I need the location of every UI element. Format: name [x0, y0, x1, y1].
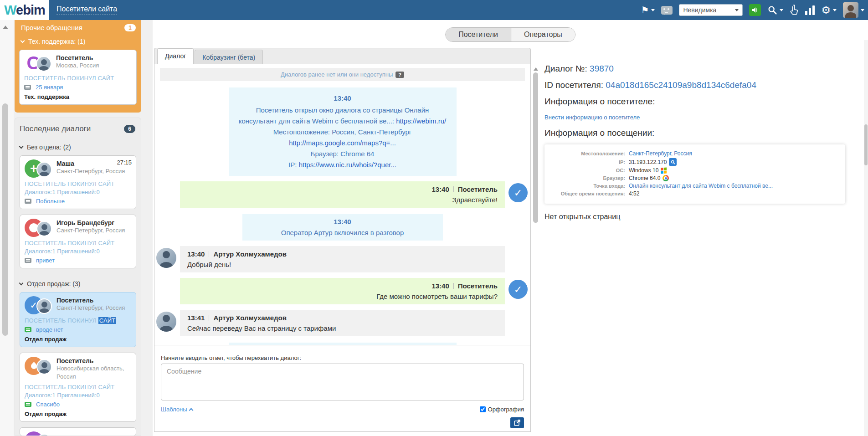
status-select[interactable]: Невидимка: [679, 4, 743, 16]
message-text: Где можно посмотреть ваши тарифы?: [187, 291, 498, 302]
chevron-down-icon: [21, 39, 25, 43]
toggle-visitors[interactable]: Посетители: [446, 28, 511, 41]
visitor-card-tech[interactable]: C Посетитель Москва, Россия ПОСЕТИТЕЛЬ П…: [19, 50, 137, 105]
visitor-department: Отдел продаж: [25, 333, 131, 343]
scroll-up-icon[interactable]: [3, 23, 8, 29]
chevron-down-icon: [833, 9, 837, 11]
visit-row-location: Местоположение: Санкт-Петербург, Россия: [544, 150, 839, 157]
last-message-link[interactable]: Побольше: [36, 198, 65, 205]
webim-logo[interactable]: Webim: [0, 0, 49, 20]
account-menu[interactable]: [843, 2, 864, 18]
location-link[interactable]: Санкт-Петербург, Россия: [629, 150, 692, 157]
last-message-link[interactable]: 25 января: [36, 84, 63, 91]
feedback-button[interactable]: [661, 6, 673, 15]
last-message-link[interactable]: привет: [36, 257, 55, 264]
recent-dialogs-label: Последние диалоги: [20, 124, 91, 133]
visitor-card-masha[interactable]: 27:15 + Маша Санкт-Петербург, Россия ПОС…: [20, 155, 136, 209]
visit-row-browser: Браузер: Chrome 64.0: [544, 175, 839, 181]
add-visitor-info-link[interactable]: Внести информацию о посетителе: [544, 114, 640, 121]
pointer-button[interactable]: [790, 5, 799, 15]
site-link[interactable]: https://webim.ru/: [396, 117, 446, 125]
group-header-tech-support[interactable]: Тех. поддержка: (1): [15, 31, 141, 48]
last-message-link[interactable]: вроде нет: [36, 326, 63, 333]
gear-icon: ⚙: [821, 5, 831, 15]
other-requests-badge: 1: [124, 24, 136, 31]
visitor-id-link[interactable]: 04a018d165c24109a9b8d134c6defa04: [606, 80, 756, 90]
scroll-up-icon[interactable]: [534, 65, 538, 71]
search-button[interactable]: [767, 5, 783, 15]
chevron-down-icon: [780, 9, 783, 11]
speaker-icon: [751, 6, 759, 14]
visitor-stats: Диалогов:1 Приглашений:0: [25, 187, 131, 195]
ip-search-badge[interactable]: [669, 158, 677, 166]
help-icon[interactable]: ?: [395, 72, 404, 78]
visitor-message: 13:40Посетитель Здравствуйте! ✓: [180, 181, 505, 208]
bar-chart-icon: [805, 5, 815, 15]
page-scrollbar[interactable]: [864, 40, 868, 436]
tab-dialog[interactable]: Диалог: [157, 48, 194, 64]
statistics-button[interactable]: [805, 5, 815, 15]
send-button[interactable]: [510, 417, 524, 428]
visitor-status: ПОСЕТИТЕЛЬ ПОКИНУЛ САЙТ: [25, 314, 131, 324]
reply-label: Начните вводить ответ, чтобы перехватить…: [161, 354, 524, 361]
hand-pointer-icon: [790, 5, 799, 15]
visitor-status: ПОСЕТИТЕЛЬ ПОКИНУЛ САЙТ: [25, 381, 131, 390]
speech-bubble-icon: [25, 199, 31, 204]
search-icon: [671, 160, 675, 164]
sound-button[interactable]: [749, 4, 761, 16]
speech-bubble-icon: [25, 402, 31, 407]
toggle-operators[interactable]: Операторы: [511, 28, 575, 41]
operator-message: 13:41Артур Холмухамедов Сейчас переведу …: [180, 310, 505, 336]
whois-link[interactable]: https://www.nic.ru/whois/?quer...: [299, 161, 396, 169]
visit-row-entry-point: Точка входа: Онлайн консультант для сайт…: [544, 183, 839, 189]
visit-info-heading: Информация о посещении:: [544, 128, 859, 138]
visitor-card-novosibirsk[interactable]: Посетитель Новосибирская область, Россия…: [20, 353, 136, 422]
group-header-sales[interactable]: Отдел продаж: (3): [15, 274, 141, 290]
visitor-card-igor[interactable]: Игорь Брандебург Санкт-Петербург, Россия…: [20, 215, 136, 268]
visitor-card-partial[interactable]: [20, 427, 136, 436]
flag-menu-button[interactable]: ⚑: [641, 5, 655, 15]
visitor-card-selected[interactable]: ✓ Посетитель Санкт-Петербург, Россия ПОС…: [20, 292, 136, 347]
tab-cobrowsing[interactable]: Кобраузинг (бета): [195, 50, 263, 64]
speech-bubble-icon: [24, 85, 31, 90]
chrome-icon: [663, 175, 669, 181]
visitor-photo-avatar: [36, 298, 52, 314]
message-author: Артур Холмухамедов: [213, 250, 287, 258]
user-avatar: [843, 2, 858, 18]
spellcheck-checkbox[interactable]: [480, 406, 486, 412]
message-list: Диалогов ранее нет или они недоступны? 1…: [154, 64, 530, 345]
map-link[interactable]: http://maps.google.com/maps?q=...: [289, 139, 396, 147]
visitor-avatars: C: [24, 54, 52, 72]
dialog-tabbar: Диалог Кобраузинг (бета): [154, 48, 531, 64]
entry-point-link[interactable]: Онлайн консультант для сайта Webim с бес…: [629, 183, 773, 189]
message-text: Сейчас переведу Вас на страницу с тарифа…: [187, 323, 498, 333]
templates-link[interactable]: Шаблоны: [161, 406, 193, 413]
chat-scrollbar-thumb[interactable]: [533, 72, 538, 223]
dialog-timer: 27:15: [117, 159, 132, 166]
message-text: Добрый день!: [187, 259, 498, 270]
message-time: 13:40: [431, 282, 449, 290]
flag-icon: ⚑: [641, 5, 649, 15]
visitor-avatars: [25, 219, 53, 237]
sidebar-scrollbar[interactable]: [0, 20, 14, 436]
page-title[interactable]: Посетители сайта: [56, 5, 117, 15]
message-textarea[interactable]: [161, 364, 524, 400]
settings-button[interactable]: ⚙: [821, 5, 837, 15]
visitor-avatars: +: [25, 159, 53, 178]
message-time: 13:40: [187, 250, 205, 258]
spellcheck-option: Орфография: [480, 406, 524, 413]
other-requests-header[interactable]: Прочие обращения 1: [15, 20, 141, 31]
last-message-link[interactable]: Спасибо: [36, 401, 60, 408]
page-scrollbar-thumb[interactable]: [864, 124, 868, 165]
group-header-no-department[interactable]: Без отдела: (2): [15, 137, 141, 154]
visit-row-total-time: Общее время посещения: 4:52: [544, 190, 839, 197]
highlighted-text: САЙТ: [98, 317, 117, 324]
reply-area: Начните вводить ответ, чтобы перехватить…: [154, 345, 530, 431]
chat-scrollbar[interactable]: [533, 64, 539, 345]
visitor-avatars: ✓: [25, 296, 53, 314]
windows-icon: [661, 167, 667, 174]
dialog-number-link[interactable]: 39870: [590, 64, 614, 73]
visit-row-ip: IP: 31.193.122.170: [544, 158, 839, 166]
visitor-message: 13:40Посетитель Где можно посмотреть ваш…: [180, 278, 505, 304]
sidebar-scrollbar-thumb[interactable]: [2, 103, 8, 336]
